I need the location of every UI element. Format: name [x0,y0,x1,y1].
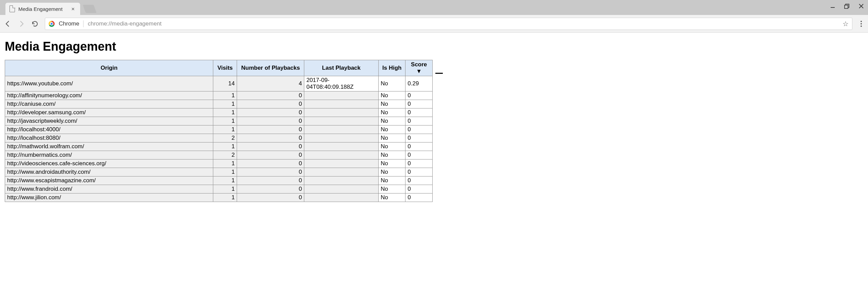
table-header-row: Origin Visits Number of Playbacks Last P… [5,60,433,76]
cell-last-playback [304,168,379,176]
toolbar: Chrome chrome://media-engagement ☆ [0,15,868,33]
cell-is-high: No [378,91,405,100]
cell-playbacks: 0 [237,125,304,134]
cell-last-playback [304,176,379,185]
close-window-icon[interactable] [858,3,865,10]
minimize-icon[interactable] [829,3,836,10]
table-row: http://mathworld.wolfram.com/10No0 [5,142,433,151]
cell-score: 0 [405,91,433,100]
cell-score: 0 [405,100,433,108]
cell-visits: 1 [213,108,237,117]
cell-score: 0 [405,193,433,202]
cell-origin: http://affinitynumerology.com/ [5,91,213,100]
cell-origin: https://www.youtube.com/ [5,76,213,91]
table-row: http://www.androidauthority.com/10No0 [5,168,433,176]
cell-is-high: No [378,117,405,125]
cell-last-playback [304,117,379,125]
cell-last-playback [304,134,379,142]
cell-last-playback [304,193,379,202]
cell-last-playback [304,91,379,100]
cell-visits: 14 [213,76,237,91]
page-content: Media Engagement Origin Visits Number of… [0,33,868,203]
cell-visits: 1 [213,168,237,176]
titlebar: Media Engagement × [0,0,868,15]
cell-last-playback [304,108,379,117]
cell-visits: 1 [213,193,237,202]
window-controls [829,3,865,10]
table-row: http://localhost:8080/20No0 [5,134,433,142]
address-bar[interactable]: Chrome chrome://media-engagement ☆ [45,18,852,30]
cell-is-high: No [378,159,405,168]
cell-playbacks: 0 [237,193,304,202]
cell-playbacks: 0 [237,151,304,159]
col-header-origin[interactable]: Origin [5,60,213,76]
engagement-table: Origin Visits Number of Playbacks Last P… [5,60,433,202]
cell-score: 0.29 [405,76,433,91]
table-row: http://localhost:4000/10No0 [5,125,433,134]
cell-playbacks: 0 [237,142,304,151]
cell-origin: http://www.jilion.com/ [5,193,213,202]
cell-score: 0 [405,134,433,142]
cell-is-high: No [378,134,405,142]
reload-button[interactable] [31,20,39,28]
cell-is-high: No [378,142,405,151]
cell-origin: http://localhost:8080/ [5,134,213,142]
tab-title: Media Engagement [18,6,62,12]
cell-playbacks: 0 [237,159,304,168]
cell-is-high: No [378,108,405,117]
restore-icon[interactable] [844,3,850,10]
table-row: http://javascriptweekly.com/10No0 [5,117,433,125]
table-row: http://www.escapistmagazine.com/10No0 [5,176,433,185]
new-tab-button[interactable] [83,5,97,13]
cell-is-high: No [378,125,405,134]
cell-score: 0 [405,151,433,159]
table-row: http://numbermatics.com/20No0 [5,151,433,159]
col-header-visits[interactable]: Visits [213,60,237,76]
cell-origin: http://www.frandroid.com/ [5,185,213,193]
cell-playbacks: 0 [237,168,304,176]
page-title: Media Engagement [5,39,863,54]
table-row: http://www.jilion.com/10No0 [5,193,433,202]
cell-visits: 2 [213,151,237,159]
col-header-last-playback[interactable]: Last Playback [304,60,379,76]
col-header-score[interactable]: Score ▼ [405,60,433,76]
cell-playbacks: 0 [237,185,304,193]
cell-playbacks: 0 [237,108,304,117]
forward-button[interactable] [18,20,25,28]
url-text: chrome://media-engagement [88,20,838,27]
col-header-playbacks[interactable]: Number of Playbacks [237,60,304,76]
table-row: http://caniuse.com/10No0 [5,100,433,108]
cell-origin: http://localhost:4000/ [5,125,213,134]
cell-score: 0 [405,176,433,185]
browser-window: Media Engagement × Chrome [0,0,868,203]
cell-is-high: No [378,168,405,176]
cell-visits: 1 [213,176,237,185]
cell-playbacks: 0 [237,134,304,142]
page-icon [10,5,15,12]
col-header-is-high[interactable]: Is High [378,60,405,76]
table-row: http://videosciences.cafe-sciences.org/1… [5,159,433,168]
close-tab-icon[interactable]: × [71,6,75,12]
cell-score: 0 [405,125,433,134]
cell-origin: http://www.escapistmagazine.com/ [5,176,213,185]
cell-origin: http://caniuse.com/ [5,100,213,108]
cell-origin: http://mathworld.wolfram.com/ [5,142,213,151]
cell-score: 0 [405,168,433,176]
table-row: https://www.youtube.com/1442017-09-04T08… [5,76,433,91]
cell-score: 0 [405,117,433,125]
crop-mark [435,73,443,74]
cell-is-high: No [378,151,405,159]
cell-playbacks: 0 [237,91,304,100]
menu-button[interactable] [858,21,864,27]
back-button[interactable] [4,20,12,28]
cell-score: 0 [405,159,433,168]
cell-score: 0 [405,185,433,193]
table-row: http://affinitynumerology.com/10No0 [5,91,433,100]
browser-tab-active[interactable]: Media Engagement × [5,3,80,15]
cell-visits: 1 [213,100,237,108]
cell-visits: 2 [213,134,237,142]
cell-last-playback [304,142,379,151]
bookmark-star-icon[interactable]: ☆ [843,20,849,28]
cell-is-high: No [378,176,405,185]
cell-score: 0 [405,142,433,151]
